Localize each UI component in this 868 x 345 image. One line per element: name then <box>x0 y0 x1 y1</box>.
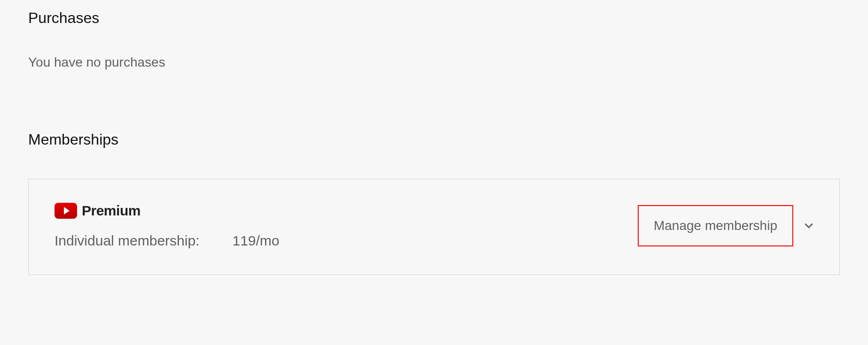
memberships-section: Memberships Premium Individual membershi… <box>28 131 840 275</box>
youtube-play-icon <box>55 203 77 219</box>
purchases-title: Purchases <box>28 9 840 27</box>
memberships-title: Memberships <box>28 131 840 148</box>
purchases-section: Purchases You have no purchases <box>28 9 840 70</box>
premium-logo-row: Premium <box>55 203 280 219</box>
plan-row: Individual membership: 119/mo <box>55 233 280 249</box>
membership-actions: Manage membership <box>638 205 816 246</box>
manage-membership-button[interactable]: Manage membership <box>638 205 793 246</box>
chevron-down-icon[interactable] <box>802 219 816 233</box>
plan-label: Individual membership: <box>55 233 199 249</box>
plan-price: 119/mo <box>232 233 279 249</box>
membership-info: Premium Individual membership: 119/mo <box>55 203 280 249</box>
purchases-empty-text: You have no purchases <box>28 55 840 70</box>
premium-brand-text: Premium <box>82 203 141 219</box>
membership-card: Premium Individual membership: 119/mo Ma… <box>28 179 840 275</box>
